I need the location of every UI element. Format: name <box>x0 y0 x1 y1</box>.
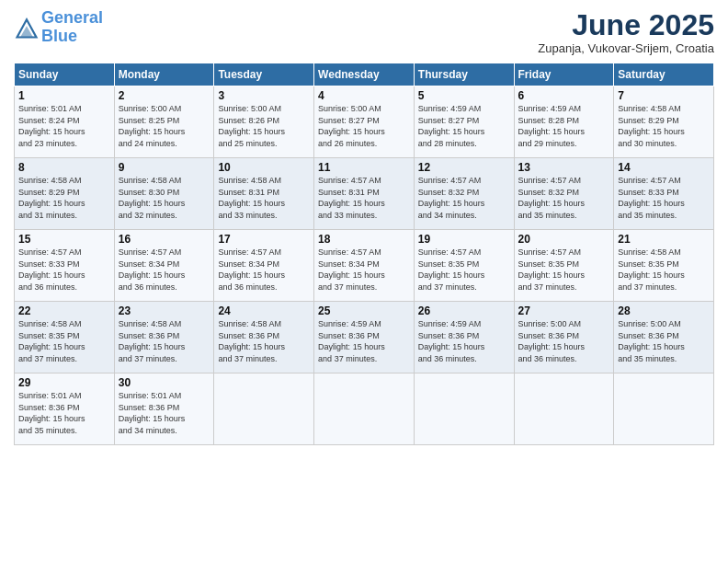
day-cell: 13Sunrise: 4:57 AM Sunset: 8:32 PM Dayli… <box>514 158 614 230</box>
day-cell: 6Sunrise: 4:59 AM Sunset: 8:28 PM Daylig… <box>514 86 614 158</box>
day-info: Sunrise: 4:57 AM Sunset: 8:31 PM Dayligh… <box>318 175 410 221</box>
day-cell: 26Sunrise: 4:59 AM Sunset: 8:36 PM Dayli… <box>414 302 514 373</box>
day-cell: 20Sunrise: 4:57 AM Sunset: 8:35 PM Dayli… <box>514 230 614 302</box>
day-cell: 15Sunrise: 4:57 AM Sunset: 8:33 PM Dayli… <box>15 230 115 302</box>
day-cell: 22Sunrise: 4:58 AM Sunset: 8:35 PM Dayli… <box>15 302 115 373</box>
day-cell: 21Sunrise: 4:58 AM Sunset: 8:35 PM Dayli… <box>614 230 714 302</box>
day-number: 1 <box>18 89 110 102</box>
week-row-4: 22Sunrise: 4:58 AM Sunset: 8:35 PM Dayli… <box>15 302 714 373</box>
day-info: Sunrise: 4:58 AM Sunset: 8:35 PM Dayligh… <box>618 247 710 293</box>
day-info: Sunrise: 4:57 AM Sunset: 8:34 PM Dayligh… <box>119 247 210 293</box>
week-row-3: 15Sunrise: 4:57 AM Sunset: 8:33 PM Dayli… <box>15 230 714 302</box>
dow-header-monday: Monday <box>114 63 214 86</box>
day-number: 2 <box>119 89 210 102</box>
day-info: Sunrise: 4:59 AM Sunset: 8:36 PM Dayligh… <box>418 318 510 364</box>
day-number: 15 <box>18 233 110 246</box>
day-number: 14 <box>618 161 710 174</box>
day-cell: 8Sunrise: 4:58 AM Sunset: 8:29 PM Daylig… <box>15 158 115 230</box>
week-row-5: 29Sunrise: 5:01 AM Sunset: 8:36 PM Dayli… <box>15 373 714 445</box>
day-info: Sunrise: 4:58 AM Sunset: 8:29 PM Dayligh… <box>618 103 710 149</box>
day-cell: 18Sunrise: 4:57 AM Sunset: 8:34 PM Dayli… <box>314 230 415 302</box>
day-info: Sunrise: 4:59 AM Sunset: 8:36 PM Dayligh… <box>318 318 410 364</box>
day-info: Sunrise: 4:58 AM Sunset: 8:36 PM Dayligh… <box>218 318 310 364</box>
dow-header-friday: Friday <box>514 63 614 86</box>
day-info: Sunrise: 4:59 AM Sunset: 8:27 PM Dayligh… <box>418 103 510 149</box>
day-info: Sunrise: 5:01 AM Sunset: 8:36 PM Dayligh… <box>18 390 110 436</box>
day-number: 6 <box>518 89 610 102</box>
location-subtitle: Zupanja, Vukovar-Srijem, Croatia <box>538 41 714 55</box>
day-cell: 27Sunrise: 5:00 AM Sunset: 8:36 PM Dayli… <box>514 302 614 373</box>
day-info: Sunrise: 5:00 AM Sunset: 8:36 PM Dayligh… <box>518 318 610 364</box>
day-number: 10 <box>218 161 310 174</box>
day-cell <box>614 373 714 445</box>
day-cell: 17Sunrise: 4:57 AM Sunset: 8:34 PM Dayli… <box>214 230 314 302</box>
day-number: 19 <box>418 233 510 246</box>
day-cell: 11Sunrise: 4:57 AM Sunset: 8:31 PM Dayli… <box>314 158 415 230</box>
logo: General Blue <box>14 9 103 46</box>
day-info: Sunrise: 5:01 AM Sunset: 8:24 PM Dayligh… <box>18 103 110 149</box>
day-number: 25 <box>318 304 410 317</box>
dow-header-tuesday: Tuesday <box>214 63 314 86</box>
days-of-week-row: SundayMondayTuesdayWednesdayThursdayFrid… <box>15 63 714 86</box>
week-row-2: 8Sunrise: 4:58 AM Sunset: 8:29 PM Daylig… <box>15 158 714 230</box>
day-number: 3 <box>218 89 310 102</box>
day-info: Sunrise: 4:58 AM Sunset: 8:29 PM Dayligh… <box>18 175 110 221</box>
day-cell: 1Sunrise: 5:01 AM Sunset: 8:24 PM Daylig… <box>15 86 115 158</box>
day-cell: 16Sunrise: 4:57 AM Sunset: 8:34 PM Dayli… <box>114 230 214 302</box>
dow-header-thursday: Thursday <box>414 63 514 86</box>
day-cell: 9Sunrise: 4:58 AM Sunset: 8:30 PM Daylig… <box>114 158 214 230</box>
day-cell: 4Sunrise: 5:00 AM Sunset: 8:27 PM Daylig… <box>314 86 415 158</box>
day-cell: 5Sunrise: 4:59 AM Sunset: 8:27 PM Daylig… <box>414 86 514 158</box>
day-info: Sunrise: 5:00 AM Sunset: 8:27 PM Dayligh… <box>318 103 410 149</box>
day-cell <box>314 373 415 445</box>
day-cell: 10Sunrise: 4:58 AM Sunset: 8:31 PM Dayli… <box>214 158 314 230</box>
day-number: 8 <box>18 161 110 174</box>
day-cell: 24Sunrise: 4:58 AM Sunset: 8:36 PM Dayli… <box>214 302 314 373</box>
day-number: 9 <box>119 161 210 174</box>
day-number: 28 <box>618 304 710 317</box>
day-cell: 14Sunrise: 4:57 AM Sunset: 8:33 PM Dayli… <box>614 158 714 230</box>
calendar-body: 1Sunrise: 5:01 AM Sunset: 8:24 PM Daylig… <box>15 86 714 445</box>
day-number: 12 <box>418 161 510 174</box>
day-number: 27 <box>518 304 610 317</box>
logo-icon <box>14 15 40 40</box>
day-cell: 3Sunrise: 5:00 AM Sunset: 8:26 PM Daylig… <box>214 86 314 158</box>
day-info: Sunrise: 4:57 AM Sunset: 8:32 PM Dayligh… <box>418 175 510 221</box>
day-number: 4 <box>318 89 410 102</box>
day-number: 24 <box>218 304 310 317</box>
day-info: Sunrise: 4:58 AM Sunset: 8:30 PM Dayligh… <box>119 175 210 221</box>
day-number: 29 <box>18 376 110 389</box>
day-info: Sunrise: 4:57 AM Sunset: 8:33 PM Dayligh… <box>618 175 710 221</box>
day-info: Sunrise: 4:58 AM Sunset: 8:36 PM Dayligh… <box>119 318 210 364</box>
day-cell: 28Sunrise: 5:00 AM Sunset: 8:36 PM Dayli… <box>614 302 714 373</box>
day-cell <box>214 373 314 445</box>
day-cell <box>414 373 514 445</box>
day-cell: 25Sunrise: 4:59 AM Sunset: 8:36 PM Dayli… <box>314 302 415 373</box>
day-number: 21 <box>618 233 710 246</box>
day-info: Sunrise: 4:57 AM Sunset: 8:35 PM Dayligh… <box>518 247 610 293</box>
day-number: 17 <box>218 233 310 246</box>
day-number: 18 <box>318 233 410 246</box>
day-info: Sunrise: 5:00 AM Sunset: 8:26 PM Dayligh… <box>218 103 310 149</box>
title-block: June 2025 Zupanja, Vukovar-Srijem, Croat… <box>538 9 714 55</box>
dow-header-saturday: Saturday <box>614 63 714 86</box>
dow-header-wednesday: Wednesday <box>314 63 415 86</box>
day-cell: 29Sunrise: 5:01 AM Sunset: 8:36 PM Dayli… <box>15 373 115 445</box>
day-info: Sunrise: 4:57 AM Sunset: 8:35 PM Dayligh… <box>418 247 510 293</box>
day-number: 16 <box>119 233 210 246</box>
dow-header-sunday: Sunday <box>15 63 115 86</box>
day-number: 13 <box>518 161 610 174</box>
day-number: 30 <box>119 376 210 389</box>
day-number: 5 <box>418 89 510 102</box>
month-title: June 2025 <box>538 9 714 41</box>
day-info: Sunrise: 4:57 AM Sunset: 8:32 PM Dayligh… <box>518 175 610 221</box>
day-info: Sunrise: 5:00 AM Sunset: 8:25 PM Dayligh… <box>119 103 210 149</box>
day-number: 26 <box>418 304 510 317</box>
day-info: Sunrise: 4:59 AM Sunset: 8:28 PM Dayligh… <box>518 103 610 149</box>
day-number: 22 <box>18 304 110 317</box>
day-cell <box>514 373 614 445</box>
day-cell: 19Sunrise: 4:57 AM Sunset: 8:35 PM Dayli… <box>414 230 514 302</box>
day-cell: 7Sunrise: 4:58 AM Sunset: 8:29 PM Daylig… <box>614 86 714 158</box>
day-info: Sunrise: 4:57 AM Sunset: 8:34 PM Dayligh… <box>318 247 410 293</box>
page-header: General Blue June 2025 Zupanja, Vukovar-… <box>14 9 714 55</box>
